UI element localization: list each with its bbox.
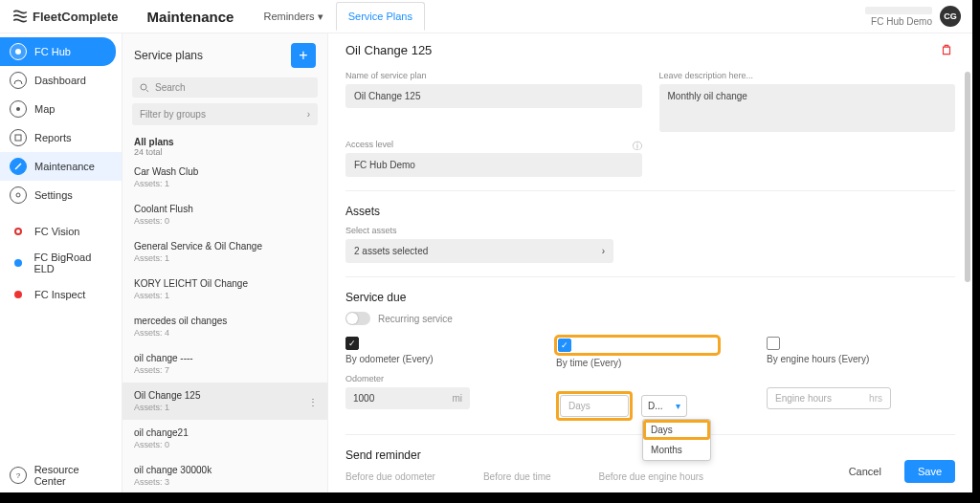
list-item[interactable]: Oil Change 125Assets: 1⋮ — [122, 383, 327, 420]
svg-point-9 — [141, 84, 146, 90]
engine-checkbox[interactable] — [767, 337, 780, 350]
help-icon: ? — [10, 467, 27, 484]
detail-panel: Oil Change 125 Name of service plan Oil … — [328, 33, 972, 492]
plan-list: Car Wash ClubAssets: 1 Coolant FlushAsse… — [122, 159, 327, 492]
chevron-right-icon: › — [307, 109, 310, 120]
access-field[interactable]: FC Hub Demo — [345, 153, 642, 177]
time-checkbox[interactable]: ✓ — [558, 339, 571, 352]
list-item[interactable]: General Service & Oil ChangeAssets: 1 — [122, 233, 327, 271]
list-item[interactable]: Car Wash ClubAssets: 1 — [122, 159, 327, 196]
list-item[interactable]: mercedes oil changesAssets: 4 — [122, 308, 327, 345]
odometer-input[interactable]: 1000 mi — [345, 387, 470, 409]
all-plans-header: All plans 24 total — [122, 131, 327, 159]
reports-icon — [10, 129, 27, 146]
chevron-down-icon: ▾ — [676, 401, 680, 411]
page-title: Maintenance — [147, 9, 234, 25]
plans-panel: Service plans + Search Filter by groups … — [122, 33, 328, 492]
desc-label: Leave description here... — [659, 71, 956, 80]
description-field[interactable]: Monthly oil change — [659, 84, 956, 132]
recurring-label: Recurring service — [378, 314, 453, 324]
nav-maintenance[interactable]: Maintenance — [0, 152, 122, 181]
nav-fc-inspect[interactable]: FC Inspect — [0, 280, 122, 309]
save-button[interactable]: Save — [904, 460, 955, 483]
search-input[interactable]: Search — [132, 77, 318, 98]
engine-hours-input[interactable]: Engine hours hrs — [767, 387, 891, 409]
kebab-icon[interactable]: ⋮ — [308, 396, 318, 406]
topbar: FleetComplete Maintenance Reminders ▾ Se… — [0, 0, 972, 33]
svg-point-6 — [14, 259, 22, 267]
days-input[interactable]: Days — [560, 395, 629, 417]
svg-point-0 — [15, 49, 21, 55]
cancel-button[interactable]: Cancel — [835, 460, 895, 483]
assets-header: Assets — [345, 190, 955, 218]
plans-header: Service plans — [134, 49, 203, 62]
access-label: Access levelⓘ — [345, 140, 642, 149]
scrollbar[interactable] — [965, 72, 970, 282]
list-item[interactable]: oil change21Assets: 0 — [122, 420, 327, 457]
left-nav: FC Hub Dashboard Map Reports Maintenance… — [0, 33, 122, 492]
list-item[interactable]: oil change 30000kAssets: 3 — [122, 457, 327, 492]
hub-icon — [10, 43, 27, 60]
name-label: Name of service plan — [345, 71, 642, 80]
tab-reminders[interactable]: Reminders ▾ — [251, 2, 335, 31]
chevron-right-icon: › — [602, 246, 605, 256]
tenant-label: FC Hub Demo — [865, 16, 932, 27]
dropdown-option-days[interactable]: Days — [643, 420, 710, 440]
rem-time-label: Before due time — [483, 471, 551, 482]
svg-line-10 — [146, 90, 148, 92]
nav-settings[interactable]: Settings — [0, 181, 122, 209]
eng-chk-label: By engine hours (Every) — [767, 354, 929, 364]
assets-label: Select assets — [345, 226, 955, 235]
delete-icon[interactable] — [940, 43, 953, 58]
maintenance-icon — [10, 158, 27, 175]
top-right: FC Hub Demo CG — [865, 6, 961, 27]
time-chk-label: By time (Every) — [556, 358, 719, 368]
days-dropdown: Days Months — [642, 419, 711, 461]
nav-resource-center[interactable]: ?Resource Center — [0, 458, 122, 492]
odo-chk-label: By odometer (Every) — [345, 354, 508, 364]
service-due-header: Service due — [345, 276, 955, 304]
detail-title: Oil Change 125 — [345, 43, 955, 57]
brand-logo: FleetComplete — [11, 8, 119, 25]
nav-dashboard[interactable]: Dashboard — [0, 66, 122, 95]
assets-select[interactable]: 2 assets selected › — [345, 239, 613, 263]
add-plan-button[interactable]: + — [291, 43, 316, 68]
days-unit-select[interactable]: D... ▾ Days Months — [641, 395, 687, 417]
rem-odo-label: Before due odometer — [345, 471, 435, 482]
logo-icon — [11, 8, 29, 25]
nav-map[interactable]: Map — [0, 95, 122, 123]
list-item[interactable]: Coolant FlushAssets: 0 — [122, 196, 327, 233]
tab-service-plans[interactable]: Service Plans — [336, 2, 425, 31]
footer-actions: Cancel Save — [835, 460, 955, 483]
bigroad-icon — [10, 254, 26, 272]
name-field[interactable]: Oil Change 125 — [345, 84, 642, 108]
svg-rect-2 — [15, 135, 21, 141]
brand-text: FleetComplete — [33, 10, 119, 24]
list-item[interactable]: oil change ----Assets: 7 — [122, 345, 327, 383]
svg-text:?: ? — [16, 471, 21, 480]
vision-icon — [10, 223, 27, 240]
recurring-toggle[interactable] — [345, 312, 370, 325]
svg-point-5 — [16, 230, 20, 233]
nav-reports[interactable]: Reports — [0, 123, 122, 152]
filter-by-groups[interactable]: Filter by groups › — [132, 103, 318, 125]
nav-fc-bigroad[interactable]: FC BigRoad ELD — [0, 246, 122, 280]
dropdown-option-months[interactable]: Months — [643, 440, 710, 460]
nav-fc-hub[interactable]: FC Hub — [0, 37, 116, 66]
svg-point-7 — [14, 291, 22, 298]
avatar[interactable]: CG — [940, 6, 961, 27]
nav-fc-vision[interactable]: FC Vision — [0, 217, 122, 246]
tenant-name-redacted — [865, 7, 932, 14]
rem-eng-label: Before due engine hours — [599, 471, 704, 482]
search-icon — [140, 83, 149, 93]
odometer-checkbox[interactable]: ✓ — [345, 337, 359, 350]
gear-icon — [10, 186, 27, 204]
svg-point-3 — [16, 193, 20, 197]
info-icon[interactable]: ⓘ — [633, 140, 642, 153]
dashboard-icon — [10, 72, 27, 89]
inspect-icon — [10, 286, 27, 303]
list-item[interactable]: KORY LEICHT Oil ChangeAssets: 1 — [122, 271, 327, 308]
odo-field-label: Odometer — [345, 374, 508, 383]
tabs: Reminders ▾ Service Plans — [251, 2, 425, 31]
map-icon — [10, 100, 27, 118]
